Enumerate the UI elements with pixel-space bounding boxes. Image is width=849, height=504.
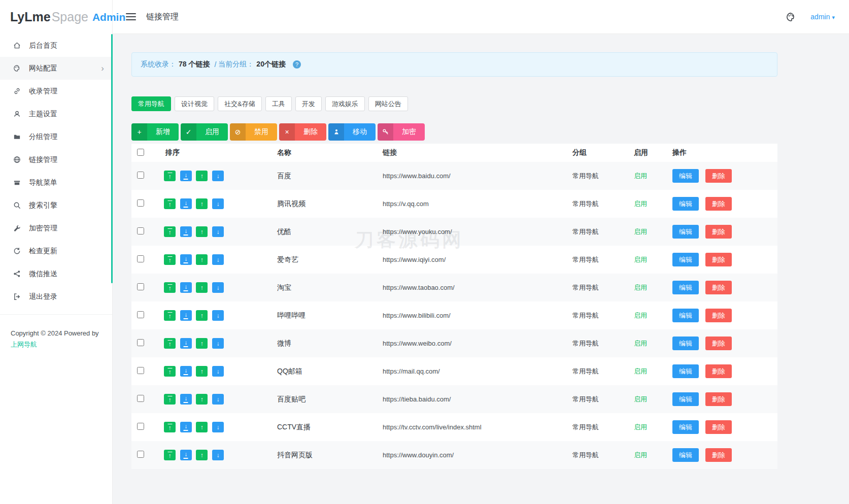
move-down-button[interactable]: ↓	[212, 254, 224, 265]
tab-common-nav[interactable]: 常用导航	[131, 96, 171, 111]
move-down-button[interactable]: ↓	[212, 450, 224, 460]
edit-button[interactable]: 编辑	[672, 253, 699, 266]
move-bottom-button[interactable]: ↓	[180, 366, 192, 377]
move-bottom-button[interactable]: ↓	[180, 338, 192, 349]
sidebar-item-groups[interactable]: 分组管理	[0, 125, 112, 148]
move-bottom-button[interactable]: ↓	[180, 422, 192, 432]
delete-button[interactable]: 删除	[705, 225, 732, 239]
edit-button[interactable]: 编辑	[672, 337, 699, 350]
delete-button[interactable]: 删除	[705, 420, 732, 434]
move-down-button[interactable]: ↓	[212, 338, 224, 349]
delete-button[interactable]: 删除	[705, 169, 732, 183]
move-bottom-button[interactable]: ↓	[180, 282, 192, 293]
delete-button[interactable]: 删除	[705, 281, 732, 294]
edit-button[interactable]: 编辑	[672, 448, 699, 462]
sidebar-item-theme[interactable]: 主题设置	[0, 103, 112, 125]
move-top-button[interactable]: ↑	[164, 394, 176, 405]
delete-button[interactable]: 删除	[705, 309, 732, 322]
row-checkbox[interactable]	[137, 339, 144, 346]
sidebar-item-site-config[interactable]: 网站配置 ›	[0, 57, 112, 80]
encrypt-button[interactable]: 加密	[378, 123, 425, 141]
sidebar-item-encryption[interactable]: 加密管理	[0, 217, 112, 240]
theme-palette-icon[interactable]	[786, 12, 796, 22]
edit-button[interactable]: 编辑	[672, 169, 699, 183]
bulk-delete-button[interactable]: × 删除	[279, 123, 326, 141]
move-up-button[interactable]: ↑	[196, 394, 208, 405]
row-checkbox[interactable]	[137, 172, 144, 179]
tab-tools[interactable]: 工具	[265, 96, 292, 111]
sidebar-item-logout[interactable]: 退出登录	[0, 285, 112, 308]
move-bottom-button[interactable]: ↓	[180, 450, 192, 460]
move-down-button[interactable]: ↓	[212, 171, 224, 181]
move-top-button[interactable]: ↑	[164, 226, 176, 237]
move-top-button[interactable]: ↑	[164, 198, 176, 209]
move-down-button[interactable]: ↓	[212, 366, 224, 377]
edit-button[interactable]: 编辑	[672, 392, 699, 406]
move-top-button[interactable]: ↑	[164, 282, 176, 293]
move-top-button[interactable]: ↑	[164, 171, 176, 181]
edit-button[interactable]: 编辑	[672, 281, 699, 294]
delete-button[interactable]: 删除	[705, 364, 732, 378]
row-checkbox[interactable]	[137, 451, 144, 458]
delete-button[interactable]: 删除	[705, 337, 732, 350]
move-up-button[interactable]: ↑	[196, 198, 208, 209]
delete-button[interactable]: 删除	[705, 253, 732, 266]
move-button[interactable]: 移动	[328, 123, 376, 141]
tab-dev[interactable]: 开发	[295, 96, 322, 111]
sidebar-item-wechat-push[interactable]: 微信推送	[0, 262, 112, 285]
move-bottom-button[interactable]: ↓	[180, 198, 192, 209]
row-checkbox[interactable]	[137, 311, 144, 318]
select-all-checkbox[interactable]	[137, 149, 144, 156]
move-top-button[interactable]: ↑	[164, 366, 176, 377]
move-bottom-button[interactable]: ↓	[180, 310, 192, 321]
user-dropdown[interactable]: admin▾	[810, 13, 835, 21]
disable-button[interactable]: ⊘ 禁用	[230, 123, 277, 141]
move-down-button[interactable]: ↓	[212, 422, 224, 432]
tab-social-storage[interactable]: 社交&存储	[218, 96, 262, 111]
tab-site-notice[interactable]: 网站公告	[368, 96, 408, 111]
edit-button[interactable]: 编辑	[672, 225, 699, 239]
sidebar-item-check-update[interactable]: 检查更新	[0, 240, 112, 262]
edit-button[interactable]: 编辑	[672, 309, 699, 322]
move-bottom-button[interactable]: ↓	[180, 254, 192, 265]
move-top-button[interactable]: ↑	[164, 338, 176, 349]
enable-button[interactable]: ✓ 启用	[181, 123, 228, 141]
move-up-button[interactable]: ↑	[196, 171, 208, 181]
row-checkbox[interactable]	[137, 199, 144, 207]
delete-button[interactable]: 删除	[705, 392, 732, 406]
sidebar-item-collection[interactable]: 收录管理	[0, 80, 112, 103]
move-bottom-button[interactable]: ↓	[180, 226, 192, 237]
sidebar-item-links[interactable]: 链接管理	[0, 148, 112, 171]
move-down-button[interactable]: ↓	[212, 310, 224, 321]
move-up-button[interactable]: ↑	[196, 450, 208, 460]
move-up-button[interactable]: ↑	[196, 338, 208, 349]
hamburger-menu-icon[interactable]	[126, 13, 136, 20]
delete-button[interactable]: 删除	[705, 448, 732, 462]
move-down-button[interactable]: ↓	[212, 198, 224, 209]
move-bottom-button[interactable]: ↓	[180, 394, 192, 405]
tab-game[interactable]: 游戏娱乐	[325, 96, 365, 111]
move-bottom-button[interactable]: ↓	[180, 171, 192, 181]
help-icon[interactable]: ?	[293, 60, 301, 69]
move-down-button[interactable]: ↓	[212, 394, 224, 405]
add-button[interactable]: + 新增	[131, 123, 179, 141]
move-top-button[interactable]: ↑	[164, 254, 176, 265]
edit-button[interactable]: 编辑	[672, 197, 699, 211]
sidebar-item-home[interactable]: 后台首页	[0, 34, 112, 57]
move-up-button[interactable]: ↑	[196, 254, 208, 265]
move-down-button[interactable]: ↓	[212, 226, 224, 237]
move-up-button[interactable]: ↑	[196, 310, 208, 321]
sidebar-item-search-engine[interactable]: 搜索引擎	[0, 194, 112, 217]
row-checkbox[interactable]	[137, 283, 144, 290]
copyright-link[interactable]: 上网导航	[11, 339, 112, 350]
edit-button[interactable]: 编辑	[672, 420, 699, 434]
sidebar-item-nav-menu[interactable]: 导航菜单	[0, 171, 112, 194]
row-checkbox[interactable]	[137, 423, 144, 430]
move-up-button[interactable]: ↑	[196, 366, 208, 377]
delete-button[interactable]: 删除	[705, 197, 732, 211]
tab-design-visual[interactable]: 设计视觉	[175, 96, 214, 111]
row-checkbox[interactable]	[137, 255, 144, 262]
move-up-button[interactable]: ↑	[196, 422, 208, 432]
row-checkbox[interactable]	[137, 227, 144, 234]
move-top-button[interactable]: ↑	[164, 450, 176, 460]
